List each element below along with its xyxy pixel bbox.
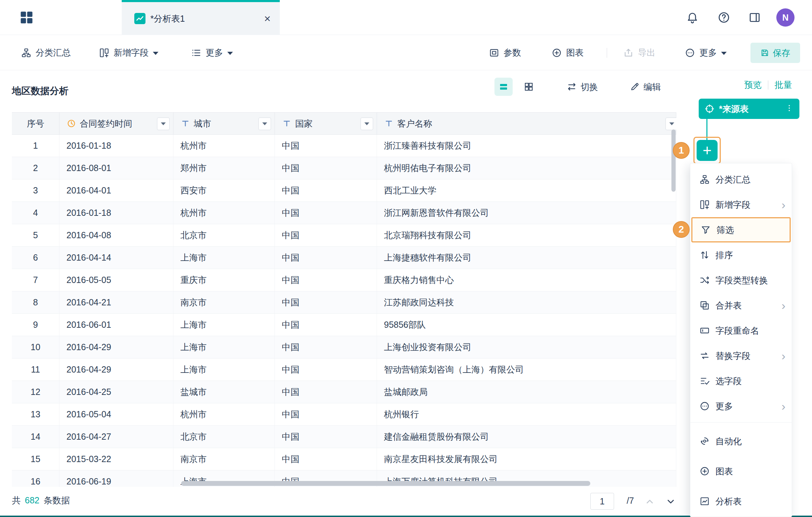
table-cell: 南京市 [173, 448, 275, 470]
row-view-toggle[interactable] [494, 78, 513, 96]
menu-item-convert-field-type[interactable]: 字段类型转换 [690, 268, 792, 293]
menu-item-chart[interactable]: 图表 [690, 456, 792, 486]
table-cell: 2016-01-18 [59, 135, 173, 157]
batch-link[interactable]: 批量 [775, 79, 792, 91]
column-dropdown-button[interactable] [258, 118, 271, 130]
tab-close-icon[interactable]: × [264, 2, 271, 35]
table-cell: 重庆市 [173, 269, 275, 291]
column-header-contract-date[interactable]: 合同签约时间 [59, 113, 173, 134]
table-row[interactable]: 32016-04-01西安市中国西北工业大学 [12, 179, 676, 202]
add-step-button[interactable]: + [697, 140, 718, 161]
next-page-chevron-icon[interactable] [663, 494, 678, 509]
table-cell: 西安市 [173, 179, 275, 201]
help-icon[interactable] [718, 11, 730, 24]
column-label: 序号 [27, 118, 44, 129]
save-button[interactable]: 保存 [750, 43, 800, 63]
table-cell: 北京市 [173, 426, 275, 448]
switch-button[interactable]: 切换 [567, 78, 598, 96]
menu-item-label: 自动化 [715, 435, 742, 447]
table-cell: 杭州明佑电子有限公司 [377, 157, 676, 179]
menu-item-replace-field[interactable]: 替换字段 › [690, 343, 792, 368]
menu-item-add-field[interactable]: 新增字段 › [690, 192, 792, 217]
table-cell: 2016-06-01 [59, 314, 173, 336]
table-cell: 上海市 [173, 247, 275, 269]
table-row[interactable]: 142016-04-27北京市中国建信金融租赁股份有限公司 [12, 426, 676, 448]
menu-item-filter[interactable]: 筛选 [691, 217, 791, 242]
crosshair-icon [704, 104, 715, 114]
table-row[interactable]: 132016-05-04杭州市中国杭州银行 [12, 403, 676, 426]
flow-connector-line [706, 119, 707, 141]
column-header-city[interactable]: 城市 [173, 113, 275, 134]
column-header-index[interactable]: 序号 [12, 113, 59, 134]
menu-item-label: 新增字段 [715, 199, 750, 211]
column-dropdown-button[interactable] [665, 118, 676, 130]
vertical-scrollbar[interactable] [671, 129, 676, 192]
table-cell: 盐城市 [173, 381, 275, 403]
column-dropdown-button[interactable] [361, 118, 373, 130]
table-row[interactable]: 122016-04-25盐城市中国盐城邮政局 [12, 381, 676, 403]
table-row[interactable]: 22016-08-01郑州市中国杭州明佑电子有限公司 [12, 157, 676, 179]
table-row[interactable]: 42016-01-18杭州市中国浙江网新恩普软件有限公司 [12, 202, 676, 224]
table-row[interactable]: 152015-03-22南京市中国南京星友田科技发展有限公司 [12, 448, 676, 470]
table-row[interactable]: 12016-01-18杭州市中国浙江臻善科技有限公司 [12, 135, 676, 157]
more-right-button[interactable]: 更多 [685, 35, 727, 70]
menu-item-more[interactable]: 更多 › [690, 394, 792, 419]
chart-button[interactable]: 图表 [551, 35, 584, 70]
column-dropdown-button[interactable] [157, 118, 170, 130]
menu-item-automation[interactable]: 自动化 [690, 426, 792, 456]
table-row[interactable]: 82016-04-21南京市中国江苏邮政同达科技 [12, 291, 676, 314]
user-avatar[interactable]: N [776, 8, 795, 27]
menu-item-sort[interactable]: 排序 [690, 242, 792, 268]
menu-item-label: 字段类型转换 [715, 275, 768, 286]
preview-link[interactable]: 预览 [744, 79, 762, 91]
add-step-context-menu: 分类汇总 新增字段 › 筛选 排序 字段类型转换 [690, 163, 792, 517]
menu-item-select-fields[interactable]: 选字段 [690, 368, 792, 394]
date-field-clock-icon [66, 119, 76, 128]
menu-item-label: 图表 [715, 466, 733, 477]
table-cell: 2016-05-05 [59, 269, 173, 291]
tab-analysis-sheet[interactable]: *分析表1 × [122, 0, 280, 35]
add-field-button[interactable]: 新增字段 [99, 35, 158, 70]
table-row[interactable]: 102016-04-29上海市中国上海创业投资有限公司 [12, 336, 676, 359]
chart-label: 图表 [566, 47, 584, 58]
layout-panel-icon[interactable] [748, 11, 761, 24]
menu-item-label: 筛选 [717, 224, 734, 236]
kebab-menu-icon[interactable] [785, 104, 794, 114]
menu-item-label: 排序 [715, 249, 733, 261]
table-cell: 南京星友田科技发展有限公司 [377, 448, 676, 470]
prev-page-chevron-icon[interactable] [642, 494, 657, 509]
sitemap-icon [699, 174, 710, 185]
menu-item-rename-field[interactable]: 字段重命名 [690, 318, 792, 343]
table-row[interactable]: 62016-04-14上海市中国上海捷穗软件有限公司 [12, 247, 676, 269]
submenu-chevron-icon: › [782, 199, 785, 211]
table-row[interactable]: 52016-04-08北京市中国北京瑞翔科技有限公司 [12, 224, 676, 247]
page-total: /7 [627, 496, 634, 506]
page-number-input[interactable] [590, 493, 614, 510]
pencil-icon [629, 82, 640, 92]
more-menu-button[interactable]: 更多 [191, 35, 233, 70]
source-table-node[interactable]: *来源表 [699, 99, 799, 119]
export-button[interactable]: 导出 [623, 35, 655, 70]
horizontal-scrollbar[interactable] [181, 481, 590, 486]
grid-view-toggle[interactable] [520, 78, 538, 96]
submenu-chevron-icon: › [782, 350, 785, 362]
table-header-row: 序号 合同签约时间 城市 国家 [12, 112, 676, 135]
column-header-country[interactable]: 国家 [275, 113, 377, 134]
table-cell: 13 [12, 403, 59, 425]
params-button[interactable]: 参数 [489, 35, 521, 70]
menu-item-analysis-table[interactable]: 分析表 [690, 486, 792, 516]
notifications-bell-icon[interactable] [686, 11, 699, 24]
table-cell: 上海市 [173, 314, 275, 336]
table-row[interactable]: 112016-04-29上海市中国智动营销策划咨询（上海）有限公司 [12, 359, 676, 381]
edit-button[interactable]: 编辑 [629, 78, 661, 96]
table-row[interactable]: 72016-05-05重庆市中国重庆格力销售中心 [12, 269, 676, 291]
group-summary-button[interactable]: 分类汇总 [21, 35, 71, 70]
app-logo-icon[interactable] [20, 10, 34, 24]
submenu-chevron-icon: › [782, 400, 785, 412]
menu-item-group-summary[interactable]: 分类汇总 [690, 167, 792, 192]
table-cell: 中国 [275, 426, 377, 448]
table-row[interactable]: 92016-06-01上海市中国95856部队 [12, 314, 676, 336]
menu-item-merge-table[interactable]: 合并表 › [690, 293, 792, 318]
table-cell: 中国 [275, 381, 377, 403]
column-header-customer[interactable]: 客户名称 [377, 113, 676, 134]
